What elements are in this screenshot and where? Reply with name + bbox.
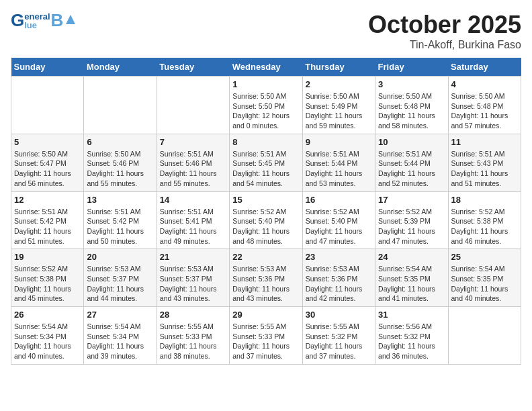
calendar-cell: 5Sunrise: 5:50 AM Sunset: 5:47 PM Daylig… [11, 134, 84, 191]
calendar-cell [11, 77, 84, 134]
day-info: Sunrise: 5:50 AM Sunset: 5:48 PM Dayligh… [378, 91, 445, 131]
day-info: Sunrise: 5:51 AM Sunset: 5:45 PM Dayligh… [232, 149, 299, 189]
day-info: Sunrise: 5:56 AM Sunset: 5:32 PM Dayligh… [378, 322, 445, 361]
calendar-week-1: 1Sunrise: 5:50 AM Sunset: 5:50 PM Daylig… [11, 77, 521, 134]
calendar-cell: 17Sunrise: 5:52 AM Sunset: 5:39 PM Dayli… [375, 191, 448, 249]
calendar-cell: 26Sunrise: 5:54 AM Sunset: 5:34 PM Dayli… [11, 307, 84, 365]
calendar-cell: 29Sunrise: 5:55 AM Sunset: 5:33 PM Dayli… [230, 307, 302, 365]
day-info: Sunrise: 5:51 AM Sunset: 5:43 PM Dayligh… [451, 149, 518, 189]
day-number: 8 [232, 137, 299, 147]
logo-flag-icon [64, 13, 77, 26]
day-info: Sunrise: 5:50 AM Sunset: 5:47 PM Dayligh… [14, 149, 81, 189]
calendar-cell: 31Sunrise: 5:56 AM Sunset: 5:32 PM Dayli… [375, 307, 448, 365]
calendar-cell: 15Sunrise: 5:52 AM Sunset: 5:40 PM Dayli… [230, 191, 302, 249]
day-number: 31 [378, 310, 445, 320]
col-header-saturday: Saturday [448, 58, 521, 77]
calendar-cell: 1Sunrise: 5:50 AM Sunset: 5:50 PM Daylig… [230, 77, 302, 134]
calendar-cell: 7Sunrise: 5:51 AM Sunset: 5:46 PM Daylig… [157, 134, 229, 191]
calendar-cell: 22Sunrise: 5:53 AM Sunset: 5:36 PM Dayli… [230, 249, 302, 307]
day-number: 4 [451, 79, 518, 89]
day-info: Sunrise: 5:54 AM Sunset: 5:34 PM Dayligh… [14, 322, 81, 361]
day-number: 30 [306, 310, 372, 320]
day-number: 13 [87, 195, 153, 205]
day-info: Sunrise: 5:50 AM Sunset: 5:49 PM Dayligh… [306, 91, 372, 131]
day-info: Sunrise: 5:51 AM Sunset: 5:46 PM Dayligh… [160, 149, 226, 189]
day-number: 11 [451, 137, 518, 147]
day-info: Sunrise: 5:51 AM Sunset: 5:44 PM Dayligh… [378, 149, 445, 189]
day-number: 2 [306, 79, 372, 89]
day-number: 10 [378, 137, 445, 147]
logo-blue-text: lue [24, 21, 50, 30]
calendar-cell: 11Sunrise: 5:51 AM Sunset: 5:43 PM Dayli… [448, 134, 521, 191]
calendar-cell: 9Sunrise: 5:51 AM Sunset: 5:44 PM Daylig… [302, 134, 375, 191]
calendar-cell: 10Sunrise: 5:51 AM Sunset: 5:44 PM Dayli… [375, 134, 448, 191]
col-header-wednesday: Wednesday [230, 58, 302, 77]
day-info: Sunrise: 5:55 AM Sunset: 5:33 PM Dayligh… [232, 322, 299, 361]
day-number: 19 [14, 252, 81, 262]
day-number: 14 [160, 195, 226, 205]
day-info: Sunrise: 5:52 AM Sunset: 5:38 PM Dayligh… [14, 264, 81, 304]
location: Tin-Akoff, Burkina Faso [368, 39, 521, 51]
calendar-table: SundayMondayTuesdayWednesdayThursdayFrid… [11, 58, 521, 365]
day-number: 6 [87, 137, 153, 147]
title-block: October 2025 Tin-Akoff, Burkina Faso [368, 11, 521, 51]
day-info: Sunrise: 5:51 AM Sunset: 5:42 PM Dayligh… [87, 207, 153, 246]
calendar-cell: 13Sunrise: 5:51 AM Sunset: 5:42 PM Dayli… [84, 191, 157, 249]
day-number: 28 [160, 310, 226, 320]
calendar-header-row: SundayMondayTuesdayWednesdayThursdayFrid… [11, 58, 521, 77]
day-number: 5 [14, 137, 81, 147]
calendar-cell: 30Sunrise: 5:55 AM Sunset: 5:32 PM Dayli… [302, 307, 375, 365]
day-info: Sunrise: 5:54 AM Sunset: 5:35 PM Dayligh… [378, 264, 445, 304]
svg-marker-0 [66, 15, 75, 24]
col-header-monday: Monday [84, 58, 157, 77]
day-info: Sunrise: 5:50 AM Sunset: 5:48 PM Dayligh… [451, 91, 518, 131]
day-info: Sunrise: 5:51 AM Sunset: 5:44 PM Dayligh… [306, 149, 372, 189]
day-number: 7 [160, 137, 226, 147]
day-number: 3 [378, 79, 445, 89]
day-info: Sunrise: 5:53 AM Sunset: 5:36 PM Dayligh… [306, 264, 372, 304]
day-number: 12 [14, 195, 81, 205]
day-info: Sunrise: 5:54 AM Sunset: 5:35 PM Dayligh… [451, 264, 518, 304]
day-info: Sunrise: 5:53 AM Sunset: 5:37 PM Dayligh… [87, 264, 153, 304]
day-info: Sunrise: 5:51 AM Sunset: 5:41 PM Dayligh… [160, 207, 226, 246]
day-number: 16 [306, 195, 372, 205]
calendar-cell: 2Sunrise: 5:50 AM Sunset: 5:49 PM Daylig… [302, 77, 375, 134]
day-info: Sunrise: 5:52 AM Sunset: 5:39 PM Dayligh… [378, 207, 445, 246]
calendar-cell [157, 77, 229, 134]
day-number: 24 [378, 252, 445, 262]
day-info: Sunrise: 5:53 AM Sunset: 5:37 PM Dayligh… [160, 264, 226, 304]
calendar-cell: 3Sunrise: 5:50 AM Sunset: 5:48 PM Daylig… [375, 77, 448, 134]
logo-blue-b: B [51, 11, 64, 30]
calendar-cell: 20Sunrise: 5:53 AM Sunset: 5:37 PM Dayli… [84, 249, 157, 307]
calendar-cell: 8Sunrise: 5:51 AM Sunset: 5:45 PM Daylig… [230, 134, 302, 191]
day-number: 22 [232, 252, 299, 262]
calendar-week-4: 19Sunrise: 5:52 AM Sunset: 5:38 PM Dayli… [11, 249, 521, 307]
col-header-thursday: Thursday [302, 58, 375, 77]
calendar-cell: 14Sunrise: 5:51 AM Sunset: 5:41 PM Dayli… [157, 191, 229, 249]
day-info: Sunrise: 5:52 AM Sunset: 5:40 PM Dayligh… [232, 207, 299, 246]
day-number: 18 [451, 195, 518, 205]
calendar-cell: 21Sunrise: 5:53 AM Sunset: 5:37 PM Dayli… [157, 249, 229, 307]
calendar-cell: 24Sunrise: 5:54 AM Sunset: 5:35 PM Dayli… [375, 249, 448, 307]
day-number: 21 [160, 252, 226, 262]
day-info: Sunrise: 5:52 AM Sunset: 5:38 PM Dayligh… [451, 207, 518, 246]
calendar-cell [448, 307, 521, 365]
calendar-cell: 23Sunrise: 5:53 AM Sunset: 5:36 PM Dayli… [302, 249, 375, 307]
calendar-cell: 16Sunrise: 5:52 AM Sunset: 5:40 PM Dayli… [302, 191, 375, 249]
calendar-week-5: 26Sunrise: 5:54 AM Sunset: 5:34 PM Dayli… [11, 307, 521, 365]
day-number: 9 [306, 137, 372, 147]
logo-general-g: G [11, 11, 24, 30]
calendar-cell: 12Sunrise: 5:51 AM Sunset: 5:42 PM Dayli… [11, 191, 84, 249]
day-info: Sunrise: 5:53 AM Sunset: 5:36 PM Dayligh… [232, 264, 299, 304]
calendar-cell: 6Sunrise: 5:50 AM Sunset: 5:46 PM Daylig… [84, 134, 157, 191]
col-header-tuesday: Tuesday [157, 58, 229, 77]
calendar-cell: 25Sunrise: 5:54 AM Sunset: 5:35 PM Dayli… [448, 249, 521, 307]
day-number: 26 [14, 310, 81, 320]
day-number: 1 [232, 79, 299, 89]
day-info: Sunrise: 5:55 AM Sunset: 5:33 PM Dayligh… [160, 322, 226, 361]
day-number: 15 [232, 195, 299, 205]
calendar-cell: 18Sunrise: 5:52 AM Sunset: 5:38 PM Dayli… [448, 191, 521, 249]
day-info: Sunrise: 5:51 AM Sunset: 5:42 PM Dayligh… [14, 207, 81, 246]
day-info: Sunrise: 5:50 AM Sunset: 5:46 PM Dayligh… [87, 149, 153, 189]
day-number: 25 [451, 252, 518, 262]
